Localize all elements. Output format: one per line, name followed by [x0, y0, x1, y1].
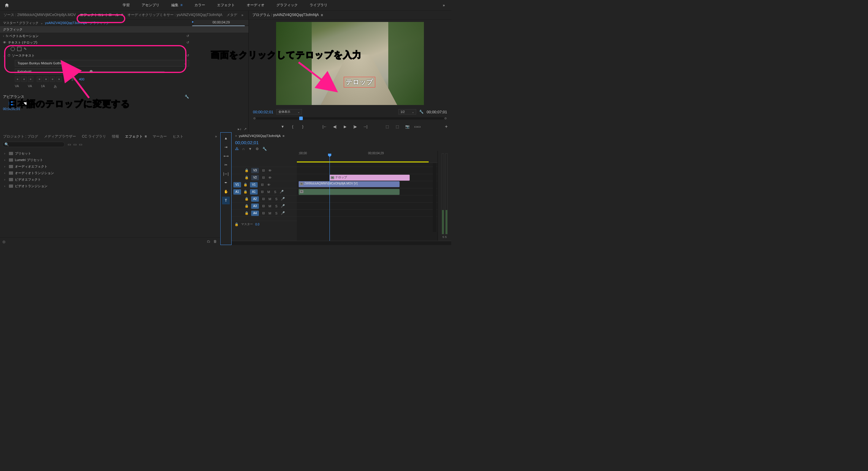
playhead[interactable]	[330, 155, 330, 241]
close-icon[interactable]: ×	[235, 134, 237, 138]
graphic-clip[interactable]: fxテロップ	[330, 175, 410, 181]
sync-lock-icon[interactable]: ⊟	[261, 168, 266, 172]
program-canvas[interactable]: テロップ	[249, 20, 451, 108]
lock-icon[interactable]: 🔒	[245, 211, 249, 215]
settings-icon[interactable]: ⚙	[256, 147, 259, 151]
mute-button[interactable]: M	[268, 197, 272, 201]
lock-icon[interactable]: 🔒	[243, 190, 248, 194]
hand-tool[interactable]: ✋	[222, 188, 230, 196]
pen-mask-button[interactable]: ✎	[24, 47, 27, 51]
tab-project[interactable]: プロジェクト : ブログ	[3, 134, 38, 139]
timeline-content[interactable]: ;00;00 00;00;04;29 fxテロップ fx2W86dckAQMWV…	[297, 151, 438, 241]
solo-button[interactable]: S	[274, 211, 278, 215]
align-right-button[interactable]: ≡	[28, 76, 33, 82]
eye-icon[interactable]: 👁	[268, 176, 272, 179]
workspace-tab[interactable]: オーディオ	[247, 3, 265, 8]
solo-button[interactable]: S	[274, 197, 278, 201]
home-icon[interactable]	[0, 3, 14, 8]
mute-button[interactable]: M	[267, 190, 271, 194]
eye-icon[interactable]: 👁	[267, 183, 271, 187]
record-button[interactable]: 🎤	[280, 190, 284, 194]
track-target-v2[interactable]: V2	[251, 175, 259, 180]
track-a1-lane[interactable]: fx	[297, 188, 438, 196]
scrub-start[interactable]	[253, 117, 255, 119]
rect-mask-button[interactable]	[17, 47, 21, 51]
tree-item[interactable]: ›ビデオトランジション	[2, 183, 218, 189]
track-target-a2[interactable]: A2	[251, 196, 259, 202]
track-target-v3[interactable]: V3	[251, 168, 259, 173]
step-forward-button[interactable]: |▶	[352, 124, 358, 129]
tsume-icon[interactable]: あ	[54, 84, 57, 89]
project-tabs-more[interactable]: »	[215, 134, 217, 138]
align-justify-all-button[interactable]: ≡	[56, 76, 62, 82]
tree-item[interactable]: ›オーディオトランジション	[2, 170, 218, 176]
delete-button[interactable]: 🗑	[213, 239, 217, 243]
workspace-tab[interactable]: グラフィック	[276, 3, 298, 8]
workspace-tab[interactable]: ライブラリ	[310, 3, 328, 8]
font-weight-dropdown[interactable]: Extrabold	[15, 69, 65, 74]
tab-audio-clip-mixer[interactable]: オーディオクリップミキサー : ysAINZV4QS6QqqT3ofmNjA	[127, 12, 222, 18]
effects-search-input[interactable]: 🔍	[2, 142, 65, 147]
ripple-edit-tool[interactable]: ⟷	[222, 152, 230, 160]
type-tool[interactable]: T	[222, 197, 230, 204]
lock-icon[interactable]: 🔒	[245, 204, 249, 208]
workspace-more-button[interactable]: »	[436, 3, 451, 7]
clip-link[interactable]: ysAINZV4QS6QqqT3ofmNjA * グラフィック	[45, 21, 109, 25]
go-to-in-button[interactable]: |←	[322, 124, 328, 129]
sync-lock-icon[interactable]: ⊟	[260, 190, 264, 194]
telop-text[interactable]: テロップ	[346, 78, 373, 86]
align-left-button[interactable]: ≡	[15, 76, 20, 82]
play-button[interactable]: ▶	[342, 124, 348, 129]
sync-lock-icon[interactable]: ⊟	[261, 204, 266, 208]
reset-icon[interactable]: ↺	[186, 54, 189, 58]
solo-button[interactable]: S	[274, 204, 278, 208]
lock-icon[interactable]: 🔒	[243, 183, 248, 187]
tab-markers[interactable]: マーカー	[153, 134, 167, 139]
tab-metadata[interactable]: メタデ	[226, 12, 237, 18]
preset-badge-icon[interactable]: ▭	[68, 142, 71, 146]
record-button[interactable]: 🎤	[281, 197, 285, 201]
video-frame[interactable]: テロップ	[276, 22, 424, 105]
mute-button[interactable]: M	[268, 211, 272, 215]
timeline-vscroll[interactable]	[433, 163, 436, 232]
preset-yuv-icon[interactable]: ▭	[79, 142, 82, 146]
loop-icon[interactable]: ↗	[244, 127, 247, 131]
lock-icon[interactable]: 🔒	[235, 223, 239, 226]
sync-lock-icon[interactable]: ⊟	[261, 197, 266, 201]
pen-tool[interactable]: ✒	[222, 179, 230, 187]
video-clip[interactable]: fx2W86dckAQMWVjMCeOHp9jA.MOV [V]	[299, 181, 400, 187]
razor-tool[interactable]: ✂	[222, 161, 230, 169]
font-size-slider[interactable]	[81, 71, 164, 72]
telop-text-box[interactable]: テロップ	[344, 77, 375, 88]
program-tab[interactable]: プログラム : ysAINZV4QS6QqqT3ofmNjA ≡	[249, 11, 451, 20]
track-v2-lane[interactable]: fxテロップ	[297, 174, 438, 181]
resolution-dropdown[interactable]: 1/2	[398, 109, 416, 114]
tree-item[interactable]: ›オーディオエフェクト	[2, 163, 218, 170]
appearance-section[interactable]: アピアランス 🔧	[0, 93, 248, 101]
source-patch-a1[interactable]: A1	[233, 189, 241, 195]
track-target-a4[interactable]: A4	[251, 210, 259, 216]
record-button[interactable]: 🎤	[281, 204, 285, 208]
mark-in-button[interactable]: {	[290, 124, 296, 129]
marker-icon[interactable]: ▼	[248, 147, 252, 151]
play-only-icon[interactable]: ▸♪	[238, 127, 241, 131]
source-patch-v1[interactable]: V1	[233, 182, 241, 188]
mute-button[interactable]: M	[268, 204, 272, 208]
track-a2-lane[interactable]	[297, 196, 438, 203]
workspace-tab[interactable]: アセンブリ	[142, 3, 159, 8]
sync-lock-icon[interactable]: ⊟	[261, 176, 266, 179]
zoom-dropdown[interactable]: 全体表示	[276, 109, 302, 114]
timeline-timecode[interactable]: 00;00;02;01	[235, 140, 258, 145]
workspace-tab-active[interactable]: 編集 ≡	[171, 3, 183, 8]
lock-icon[interactable]: 🔒	[245, 197, 249, 201]
sequence-tab[interactable]: × ysAINZV4QS6QqqT3ofmNjA ≡	[231, 132, 451, 139]
align-justify-last-left-button[interactable]: ≡	[43, 76, 49, 82]
tab-history[interactable]: ヒスト	[173, 134, 183, 139]
workspace-tab[interactable]: 学習	[123, 3, 130, 8]
wrench-icon[interactable]: 🔧	[262, 147, 267, 151]
reset-icon[interactable]: ↺	[186, 41, 189, 44]
font-family-dropdown[interactable]: Toppan Bunkyu Midashi Gothic	[15, 60, 189, 66]
track-select-tool[interactable]: ⇥	[222, 143, 230, 151]
button-editor-button[interactable]: +	[445, 124, 448, 129]
tab-media-browser[interactable]: メディアブラウザー	[44, 134, 76, 139]
